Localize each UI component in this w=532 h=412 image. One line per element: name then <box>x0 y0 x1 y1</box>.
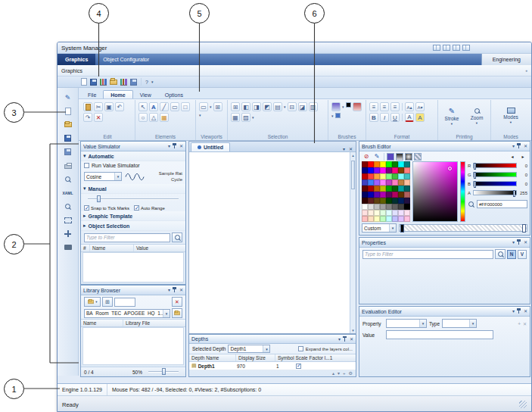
redo-icon[interactable]: ↷ <box>83 113 92 122</box>
palette-swatch[interactable] <box>386 204 392 210</box>
properties-list[interactable] <box>359 260 530 304</box>
new-page-icon[interactable] <box>63 106 73 116</box>
palette-swatch[interactable] <box>404 198 410 204</box>
type-select[interactable] <box>442 319 477 328</box>
align-menu-icon[interactable]: ▾ <box>284 105 286 109</box>
palette-swatch[interactable] <box>392 216 398 222</box>
palette-swatch[interactable] <box>392 192 398 198</box>
resize-grip[interactable] <box>519 401 527 408</box>
column-number[interactable]: # <box>81 245 90 251</box>
align-text-left-icon[interactable]: ≡ <box>369 102 378 111</box>
value-input[interactable] <box>387 331 493 339</box>
palette-swatch[interactable] <box>392 204 398 210</box>
align-left-icon[interactable]: ◧ <box>241 102 250 111</box>
tab-list-icon[interactable]: ▾ <box>343 146 345 151</box>
panel-pin-icon[interactable] <box>517 143 521 149</box>
nav-tab-graphics[interactable]: Graphics <box>58 54 95 65</box>
prev-color-icon[interactable]: ◂ <box>508 152 517 161</box>
image-brush-swatch[interactable] <box>414 153 422 161</box>
modes-button[interactable]: Modes ▾ <box>499 101 523 131</box>
order-menu-icon[interactable]: ▾ <box>252 115 254 120</box>
panel-close-icon[interactable]: ✕ <box>179 288 183 292</box>
section-manual[interactable]: ▾ Manual <box>81 184 185 194</box>
palette-swatch[interactable] <box>392 198 398 204</box>
layout-icon-4[interactable] <box>462 45 470 51</box>
object-filter-input[interactable] <box>85 234 170 242</box>
text-tool-icon[interactable]: A <box>149 102 158 111</box>
palette-swatch[interactable] <box>362 192 368 198</box>
palette-swatch[interactable] <box>374 204 380 210</box>
depth-settings-icon[interactable]: ⚙ <box>349 370 353 376</box>
palette-swatch[interactable] <box>362 167 368 173</box>
blue-slider[interactable] <box>473 181 517 186</box>
column-name[interactable]: Name <box>90 245 134 251</box>
waveform-select[interactable]: Cosine <box>84 172 122 181</box>
edit-colors-icon[interactable]: ✎ <box>372 152 381 161</box>
run-simulator-checkbox[interactable] <box>84 163 89 168</box>
palette-swatch[interactable] <box>404 161 410 167</box>
auto-range-checkbox[interactable] <box>134 205 139 211</box>
palette-swatch[interactable] <box>374 167 380 173</box>
zoom-out-icon[interactable] <box>63 174 73 184</box>
palette-swatch[interactable] <box>404 167 410 173</box>
palette-swatch[interactable] <box>404 192 410 198</box>
palette-swatch[interactable] <box>392 167 398 173</box>
help-icon[interactable]: ? <box>145 78 148 86</box>
select-all-icon[interactable]: ⊞ <box>231 102 240 111</box>
font-grow-icon[interactable]: A▴ <box>405 102 414 111</box>
library-zoom-slider[interactable] <box>148 368 179 376</box>
palette-swatch[interactable] <box>368 186 374 192</box>
palette-swatch[interactable] <box>398 210 404 216</box>
next-color-icon[interactable]: ▸ <box>518 152 527 161</box>
palette-swatch[interactable] <box>398 173 404 179</box>
copy-icon[interactable]: ▣ <box>104 102 114 111</box>
section-automatic[interactable]: ▾ Automatic <box>81 151 185 161</box>
align-text-center-icon[interactable]: ≡ <box>380 102 389 111</box>
image-tool-icon[interactable]: ▦ <box>160 113 169 122</box>
toolbar-options-icon[interactable]: ▾ <box>151 78 154 86</box>
snap-checkbox[interactable] <box>84 205 89 211</box>
palette-swatch[interactable] <box>368 179 374 186</box>
font-shrink-icon[interactable]: A▾ <box>415 102 425 111</box>
brush-type-select[interactable]: Custom <box>362 223 397 233</box>
export-icon[interactable] <box>130 78 137 86</box>
no-brush-icon[interactable]: ⊘ <box>362 152 371 161</box>
palette-swatch[interactable] <box>404 204 410 210</box>
panel-close-icon[interactable]: ✕ <box>350 337 353 342</box>
palette-swatch[interactable] <box>362 198 368 204</box>
column-depth-name[interactable]: Depth Name <box>189 354 236 361</box>
document-tab-untitled[interactable]: Untitled <box>191 142 230 151</box>
palette-swatch[interactable] <box>374 192 380 198</box>
palette-swatch[interactable] <box>380 216 386 222</box>
snapshot-icon[interactable] <box>63 242 73 252</box>
palette-swatch[interactable] <box>380 192 386 198</box>
align-right-icon[interactable]: ◨ <box>252 102 261 111</box>
palette-swatch[interactable] <box>398 161 404 167</box>
save-icon[interactable] <box>63 133 73 143</box>
new-icon[interactable] <box>81 78 87 86</box>
import-library-button[interactable]: ▾ <box>84 297 101 307</box>
palette-swatch[interactable] <box>368 216 374 222</box>
palette-swatch[interactable] <box>374 179 380 186</box>
align-top-icon[interactable]: ◩ <box>263 102 272 111</box>
ellipse-tool-icon[interactable]: ○ <box>138 113 148 122</box>
italic-icon[interactable]: I <box>380 113 389 122</box>
panel-pin-icon[interactable] <box>173 143 177 149</box>
hex-color-field[interactable]: #FF000000 <box>477 200 527 208</box>
column-scale-factor[interactable]: Symbol Scale Factor l...1 <box>275 354 356 361</box>
engineering-mode-button[interactable]: Engineering <box>481 54 531 65</box>
palette-swatch[interactable] <box>362 216 368 222</box>
rectangle-tool-icon[interactable]: ▭ <box>170 102 179 111</box>
palette-swatch[interactable] <box>380 161 386 167</box>
depth-add-icon[interactable]: + <box>343 371 346 376</box>
palette-swatch[interactable] <box>386 216 392 222</box>
eyedropper-search-icon[interactable] <box>468 201 474 208</box>
breadcrumb-pin-icon[interactable]: ● <box>525 68 527 73</box>
palette-swatch[interactable] <box>386 179 392 186</box>
palette-swatch[interactable] <box>374 173 380 179</box>
palette-swatch[interactable] <box>380 186 386 192</box>
palette-swatch[interactable] <box>380 167 386 173</box>
nav-tab-object-configurator[interactable]: Object Configurator <box>95 54 157 65</box>
order-front-icon[interactable]: ▦ <box>231 113 240 122</box>
layout-icon-3[interactable] <box>453 45 460 51</box>
